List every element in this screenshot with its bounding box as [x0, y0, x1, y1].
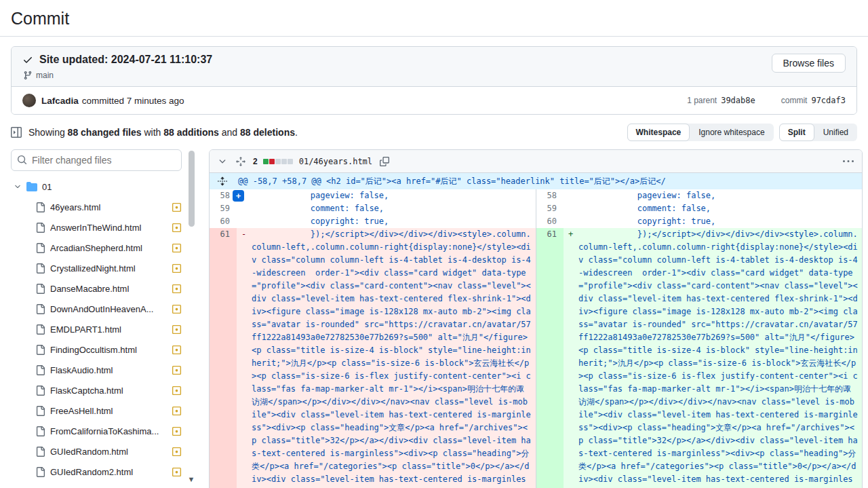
- file-item[interactable]: GUIedRandom.html: [11, 441, 182, 462]
- context-line[interactable]: 59 comment: false,: [210, 202, 536, 215]
- file-icon: [35, 386, 45, 396]
- commit-meta-row: Lafcadia committed 7 minutes ago 1 paren…: [12, 86, 856, 114]
- diff-filename[interactable]: 01/46years.html: [299, 157, 372, 166]
- diffstat: 2: [253, 157, 293, 166]
- committed-text: committed 7 minutes ago: [82, 96, 184, 106]
- modified-file-icon: [172, 467, 182, 477]
- file-item[interactable]: DownAndOutInHeavenA...: [11, 299, 182, 319]
- collapse-file-chevron-icon[interactable]: [216, 155, 229, 168]
- file-name: FreeAsHell.html: [50, 406, 167, 416]
- modified-file-icon: [172, 447, 182, 457]
- file-item[interactable]: EMDLPART1.html: [11, 319, 182, 339]
- line-number: 58: [536, 189, 564, 202]
- hunk-header-text: @@ -58,7 +58,7 @@ <h2 id="后记"><a href="#…: [238, 176, 666, 187]
- parent-hash[interactable]: 39dab8e: [721, 96, 755, 105]
- modified-file-icon: [172, 263, 182, 274]
- deleted-line[interactable]: 61 - });</script></div></div></div><styl…: [210, 228, 536, 488]
- file-item[interactable]: FindingOccultism.html: [11, 339, 182, 360]
- author-name[interactable]: Lafcadia: [41, 96, 79, 106]
- expand-hunk-icon[interactable]: [216, 175, 229, 187]
- browse-files-button[interactable]: Browse files: [772, 54, 846, 73]
- ignore-whitespace-button[interactable]: Ignore whitespace: [690, 124, 773, 141]
- file-name: EMDLPART1.html: [50, 324, 167, 335]
- code-text: + });</script></div></div></div><style>.…: [564, 228, 862, 488]
- copy-path-icon[interactable]: [378, 155, 391, 168]
- file-icon: [35, 243, 45, 253]
- context-line[interactable]: 58 + pageview: false,: [210, 189, 536, 202]
- whitespace-button[interactable]: Whitespace: [627, 124, 690, 141]
- folder-icon: [26, 181, 37, 192]
- modified-file-icon: [172, 304, 182, 314]
- file-item[interactable]: FlaskCaptcha.html: [11, 380, 182, 400]
- drag-move-icon[interactable]: [235, 155, 247, 168]
- diff-file-header: 2 01/46years.html: [210, 150, 862, 173]
- split-view-button[interactable]: Split: [779, 124, 814, 141]
- file-icon: [35, 406, 45, 416]
- file-item[interactable]: FlaskAudio.html: [11, 360, 182, 380]
- modified-file-icon: [172, 406, 182, 416]
- diff-panel: 2 01/46years.html @@ -58,7 +: [209, 149, 863, 488]
- tree-folder-01[interactable]: 01: [11, 176, 182, 197]
- diffstat-neutral-square: [288, 159, 293, 164]
- file-item[interactable]: CrystallizedNight.html: [11, 258, 182, 278]
- file-name: CrystallizedNight.html: [50, 263, 167, 274]
- additions-count: 88 additions: [163, 127, 219, 138]
- file-name: FlaskAudio.html: [50, 365, 167, 375]
- scrollbar-down-arrow[interactable]: ▼: [187, 475, 195, 483]
- modified-file-icon: [172, 324, 182, 335]
- line-number: 61: [536, 228, 564, 488]
- file-item[interactable]: ArcadianShepherd.html: [11, 238, 182, 258]
- commit-message: Site updated: 2024-07-21 11:10:37: [39, 54, 212, 66]
- git-branch-icon: [23, 71, 33, 80]
- file-item[interactable]: DanseMacabre.html: [11, 278, 182, 299]
- split-diff: 58 + pageview: false, 59 comment: false,…: [210, 189, 862, 488]
- add-comment-plus-button[interactable]: +: [233, 190, 244, 202]
- branch-name[interactable]: main: [36, 71, 54, 80]
- code-text: comment: false,: [237, 202, 536, 215]
- view-mode-segmented-control: Split Unified: [779, 124, 857, 141]
- file-icon: [35, 324, 45, 335]
- context-line[interactable]: 58 pageview: false,: [536, 189, 862, 202]
- search-icon: [17, 155, 27, 165]
- code-text: copyright: true,: [564, 215, 862, 228]
- commit-box-header: Site updated: 2024-07-21 11:10:37 Browse…: [12, 47, 856, 86]
- file-item[interactable]: AnswerInTheWind.html: [11, 217, 182, 238]
- sidebar-toggle-icon[interactable]: [11, 127, 22, 138]
- file-icon: [35, 365, 45, 375]
- commit-label: commit: [781, 96, 808, 105]
- file-name: FlaskCaptcha.html: [50, 386, 167, 396]
- author-avatar[interactable]: [22, 94, 36, 107]
- file-icon: [35, 467, 45, 477]
- file-tree: 01 46years.html AnswerInTheWind.html Arc…: [11, 176, 182, 482]
- context-line[interactable]: 60 copyright: true,: [536, 215, 862, 228]
- addition-marker: +: [568, 228, 573, 241]
- deletion-marker: -: [241, 228, 246, 241]
- modified-file-icon: [172, 202, 182, 212]
- diffstat-addition-square: [263, 159, 269, 164]
- file-name: ArcadianShepherd.html: [50, 243, 167, 253]
- context-line[interactable]: 59 comment: false,: [536, 202, 862, 215]
- context-line[interactable]: 60 copyright: true,: [210, 215, 536, 228]
- whitespace-segmented-control: Whitespace Ignore whitespace: [627, 124, 774, 141]
- filter-files-input[interactable]: [11, 149, 182, 171]
- commit-hash[interactable]: 97cdaf3: [811, 96, 846, 105]
- file-options-kebab-icon[interactable]: [842, 155, 855, 168]
- line-number: 60: [210, 215, 237, 228]
- sidebar-scrollbar[interactable]: ▼: [187, 149, 195, 483]
- diff-toolbar: Showing 88 changed files with 88 additio…: [11, 124, 857, 141]
- file-icon: [35, 447, 45, 457]
- added-line[interactable]: 61 + });</script></div></div></div><styl…: [536, 228, 862, 488]
- file-item[interactable]: FromCaliforniaToKashima...: [11, 421, 182, 441]
- line-number: 59: [210, 202, 237, 215]
- file-item[interactable]: FreeAsHell.html: [11, 400, 182, 421]
- scrollbar-thumb[interactable]: [189, 151, 195, 227]
- diffstat-neutral-square: [281, 159, 287, 164]
- file-item[interactable]: 46years.html: [11, 197, 182, 217]
- hunk-header: @@ -58,7 +58,7 @@ <h2 id="后记"><a href="#…: [210, 173, 862, 189]
- unified-view-button[interactable]: Unified: [814, 124, 857, 141]
- file-item[interactable]: GUIedRandom2.html: [11, 462, 182, 482]
- file-name: GUIedRandom2.html: [50, 467, 167, 477]
- modified-file-icon: [172, 426, 182, 436]
- code-text: pageview: false,: [564, 189, 862, 202]
- file-icon: [35, 263, 45, 274]
